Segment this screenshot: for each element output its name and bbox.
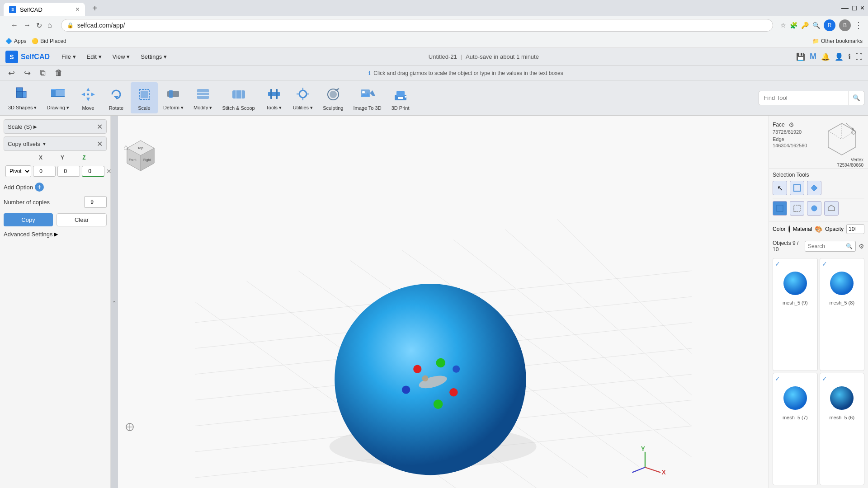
svg-point-66 bbox=[422, 375, 429, 382]
back-button[interactable]: ← bbox=[9, 19, 20, 31]
password-manager-button[interactable]: 🔑 bbox=[801, 22, 809, 29]
search-input[interactable] bbox=[808, 243, 844, 249]
tab-close-button[interactable]: × bbox=[75, 6, 80, 13]
gizmo-icon[interactable] bbox=[124, 422, 135, 434]
home-button[interactable]: ⌂ bbox=[46, 19, 54, 31]
color-swatch[interactable] bbox=[788, 225, 790, 233]
material-icon[interactable]: 🎨 bbox=[815, 225, 822, 233]
menu-file[interactable]: File ▾ bbox=[57, 52, 80, 62]
y-input[interactable] bbox=[57, 166, 80, 177]
fullscreen-button[interactable]: ⛶ bbox=[855, 53, 863, 61]
copy-toolbar-button[interactable]: ⧉ bbox=[37, 67, 48, 79]
profile-button-b[interactable]: B bbox=[839, 19, 851, 31]
drawing-label: Drawing ▾ bbox=[47, 105, 69, 111]
tool-sculpting[interactable]: Sculpting bbox=[318, 82, 348, 113]
select-point-tool[interactable] bbox=[807, 201, 821, 216]
other-bookmarks[interactable]: 📁 Other bookmarks bbox=[812, 38, 863, 44]
extensions-button[interactable]: 🧩 bbox=[790, 22, 797, 29]
svg-rect-3 bbox=[51, 89, 56, 96]
forward-button[interactable]: → bbox=[22, 19, 33, 31]
tool-scale[interactable]: Scale bbox=[131, 82, 158, 113]
select-solid-tool[interactable] bbox=[773, 201, 787, 216]
selection-tools-label: Selection Tools bbox=[773, 172, 864, 178]
bookmarks-apps[interactable]: 🔷 Apps bbox=[5, 38, 26, 44]
settings-gear-button[interactable]: ⚙ bbox=[788, 121, 794, 128]
profile-button[interactable]: R bbox=[824, 19, 835, 31]
home-button[interactable]: ⌂ bbox=[123, 143, 128, 152]
svg-point-95 bbox=[830, 272, 854, 295]
select-face-tool[interactable] bbox=[807, 181, 821, 195]
find-tool-search-button[interactable]: 🔍 bbox=[849, 91, 864, 105]
utilities-icon bbox=[294, 85, 312, 103]
rotate-label: Rotate bbox=[109, 105, 123, 111]
objects-settings-button[interactable]: ⚙ bbox=[859, 243, 864, 250]
account-button[interactable]: 👤 bbox=[835, 52, 844, 61]
tab-title: SelfCAD bbox=[20, 6, 42, 13]
minimize-button[interactable]: — bbox=[841, 4, 849, 12]
object-card-mesh9[interactable]: ✓ mesh_5 (9) bbox=[773, 258, 818, 371]
tool-drawing[interactable]: Drawing ▾ bbox=[42, 82, 73, 113]
bookmarks-bid-placed[interactable]: 🟡 Bid Placed bbox=[32, 38, 66, 44]
copy-offsets-title: Copy offsets ▼ bbox=[8, 141, 47, 147]
tool-image-to-3d[interactable]: Image To 3D bbox=[349, 82, 386, 113]
new-tab-button[interactable]: + bbox=[89, 3, 101, 14]
delete-button[interactable]: 🗑 bbox=[52, 67, 66, 79]
svg-point-86 bbox=[852, 131, 855, 134]
object-card-mesh8[interactable]: ✓ mesh_5 (8) bbox=[820, 258, 865, 371]
tool-3d-shapes[interactable]: 3D Shapes ▾ bbox=[4, 82, 41, 113]
svg-rect-5 bbox=[51, 96, 65, 97]
tool-stitch-scoop[interactable]: Stitch & Scoop bbox=[217, 82, 259, 113]
clear-button[interactable]: Clear bbox=[57, 213, 107, 226]
image-to-3d-label: Image To 3D bbox=[353, 105, 381, 111]
z-input[interactable] bbox=[82, 166, 104, 177]
find-tool-input[interactable] bbox=[759, 91, 849, 105]
tool-utilities[interactable]: Utilities ▾ bbox=[288, 82, 318, 113]
tool-modify[interactable]: Modify ▾ bbox=[189, 82, 217, 113]
reload-button[interactable]: ↻ bbox=[34, 19, 44, 32]
select-arrow-tool[interactable]: ↖ bbox=[773, 181, 787, 195]
object-card-mesh7[interactable]: ✓ mesh_5 (7) bbox=[773, 373, 818, 486]
tool-rotate[interactable]: Rotate bbox=[103, 82, 130, 113]
menu-edit[interactable]: Edit ▾ bbox=[82, 52, 106, 62]
redo-button[interactable]: ↪ bbox=[21, 67, 33, 79]
advanced-settings-row[interactable]: Advanced Settings ▶ bbox=[4, 231, 107, 238]
x-input[interactable] bbox=[33, 166, 56, 177]
drawing-icon bbox=[49, 85, 67, 103]
select-custom-tool[interactable] bbox=[824, 201, 839, 216]
svg-point-97 bbox=[830, 386, 854, 410]
active-tab[interactable]: S SelfCAD × bbox=[4, 3, 85, 16]
tool-tools[interactable]: Tools ▾ bbox=[260, 82, 288, 113]
pivot-select[interactable]: Pivot bbox=[5, 165, 31, 177]
menu-view[interactable]: View ▾ bbox=[108, 52, 135, 62]
maximize-button[interactable]: □ bbox=[852, 4, 857, 12]
tool-3d-print[interactable]: 3D Print bbox=[387, 82, 414, 113]
svg-point-64 bbox=[402, 385, 410, 394]
material-button[interactable]: M bbox=[810, 52, 816, 61]
select-wireframe-tool[interactable] bbox=[790, 201, 804, 216]
scale-panel-close[interactable]: ✕ bbox=[97, 122, 103, 131]
bookmark-star-button[interactable]: ☆ bbox=[780, 22, 786, 29]
svg-rect-90 bbox=[777, 205, 783, 211]
copy-offsets-close[interactable]: ✕ bbox=[97, 140, 103, 148]
tool-deform[interactable]: Deform ▾ bbox=[159, 82, 188, 113]
close-window-button[interactable]: × bbox=[860, 4, 864, 12]
menu-button[interactable]: ⋮ bbox=[854, 20, 863, 30]
panel-collapse-button[interactable]: ‹ bbox=[111, 116, 118, 488]
select-box-tool[interactable] bbox=[790, 181, 804, 195]
tool-move[interactable]: Move bbox=[75, 82, 102, 113]
menu-settings[interactable]: Settings ▾ bbox=[136, 52, 171, 62]
help-button[interactable]: ℹ bbox=[848, 52, 851, 61]
object-card-mesh6[interactable]: ✓ mesh_5 (6) bbox=[820, 373, 865, 486]
scale-icon bbox=[135, 85, 153, 103]
opacity-input[interactable] bbox=[846, 224, 864, 234]
zoom-button[interactable]: 🔍 bbox=[812, 22, 820, 29]
copy-button[interactable]: Copy bbox=[4, 213, 53, 226]
viewport[interactable]: X Y Top Front bbox=[118, 116, 769, 488]
scale-panel-title: Scale (S) ▶ bbox=[8, 123, 37, 130]
num-copies-input[interactable] bbox=[84, 196, 107, 208]
undo-button[interactable]: ↩ bbox=[5, 67, 18, 79]
save-button[interactable]: 💾 bbox=[796, 52, 805, 61]
address-bar[interactable]: 🔒 selfcad.com/app/ bbox=[61, 19, 773, 32]
notifications-button[interactable]: 🔔 bbox=[821, 52, 830, 61]
add-option-button[interactable]: Add Option + bbox=[4, 183, 44, 192]
